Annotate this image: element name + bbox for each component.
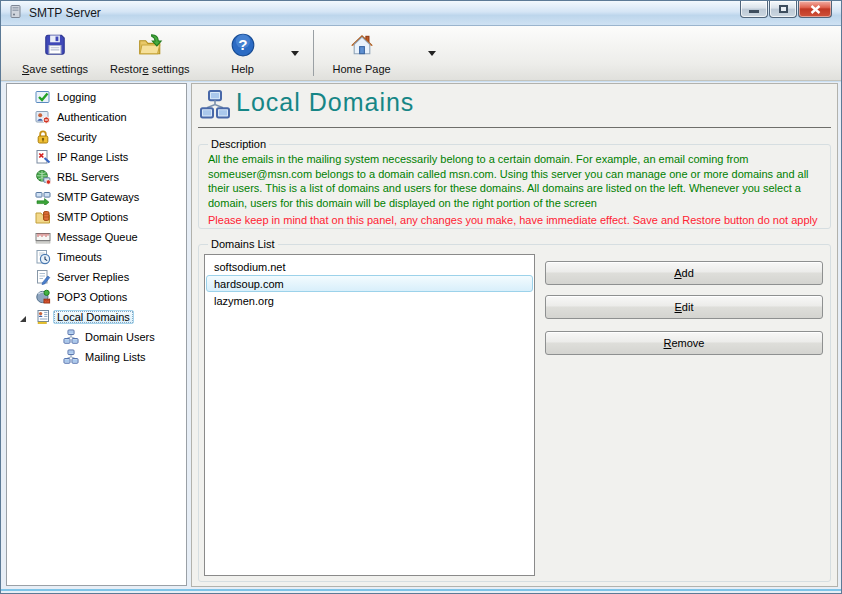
sidebar-item-pop3-options[interactable]: POP3 Options xyxy=(7,287,186,307)
domains-list-groupbox: Domains List softsodium.net hardsoup.com… xyxy=(198,244,831,582)
sidebar-item-security[interactable]: Security xyxy=(7,127,186,147)
restore-icon xyxy=(137,32,163,62)
domain-list-item[interactable]: softsodium.net xyxy=(206,258,533,275)
description-groupbox-label: Description xyxy=(208,138,269,150)
svg-text:?: ? xyxy=(238,36,247,53)
domains-list-groupbox-label: Domains List xyxy=(208,238,278,250)
help-dropdown-arrow[interactable] xyxy=(291,51,299,56)
sidebar-item-ip-range-lists[interactable]: IP Range Lists xyxy=(7,147,186,167)
description-text: All the emails in the mailing system nec… xyxy=(208,152,821,210)
help-icon: ? xyxy=(230,32,256,62)
sidebar-item-domain-users[interactable]: Domain Users xyxy=(7,327,186,347)
smtp-options-icon xyxy=(35,209,51,225)
minimize-icon xyxy=(749,10,759,13)
restore-settings-label: Restore settings xyxy=(110,63,190,75)
sidebar-item-smtp-options[interactable]: SMTP Options xyxy=(7,207,186,227)
sidebar-item-logging[interactable]: Logging xyxy=(7,87,186,107)
navigation-tree: Logging Authentication Security IP Range… xyxy=(6,83,187,586)
local-domains-page-icon xyxy=(199,89,231,125)
edit-button[interactable]: Edit xyxy=(545,295,823,319)
header-divider xyxy=(198,127,831,128)
pop3-options-icon xyxy=(35,289,51,305)
main-panel: Local Domains Description All the emails… xyxy=(191,83,838,587)
home-icon xyxy=(349,32,375,62)
sidebar-item-local-domains[interactable]: Local Domains xyxy=(7,307,186,327)
domains-listbox[interactable]: softsodium.net hardsoup.com lazymen.org xyxy=(204,254,535,576)
sidebar-item-mailing-lists[interactable]: Mailing Lists xyxy=(7,347,186,367)
maximize-button[interactable] xyxy=(769,1,797,18)
page-title: Local Domains xyxy=(236,88,414,117)
expander-icon[interactable] xyxy=(19,313,27,321)
domain-list-item-selected[interactable]: hardsoup.com xyxy=(206,275,533,292)
home-page-label: Home Page xyxy=(333,63,391,75)
logging-icon xyxy=(35,89,51,105)
app-icon xyxy=(8,4,23,23)
home-page-button[interactable]: Home Page xyxy=(322,28,402,78)
save-settings-button[interactable]: Save settings xyxy=(11,28,99,78)
window-title: SMTP Server xyxy=(29,6,101,20)
sidebar-item-server-replies[interactable]: Server Replies xyxy=(7,267,186,287)
add-button[interactable]: Add xyxy=(545,261,823,285)
app-window: SMTP Server Save settings Restore settin… xyxy=(0,0,842,594)
security-icon xyxy=(35,129,51,145)
help-label: Help xyxy=(231,63,254,75)
title-bar[interactable]: SMTP Server xyxy=(1,1,841,26)
domain-list-item[interactable]: lazymen.org xyxy=(206,292,533,309)
close-button[interactable] xyxy=(798,1,832,18)
save-settings-label: Save settings xyxy=(22,63,88,75)
sidebar-item-authentication[interactable]: Authentication xyxy=(7,107,186,127)
remove-button[interactable]: Remove xyxy=(545,331,823,355)
toolbar: Save settings Restore settings ? Help Ho… xyxy=(1,26,841,81)
timeouts-icon xyxy=(35,249,51,265)
sidebar-item-message-queue[interactable]: Message Queue xyxy=(7,227,186,247)
domain-users-icon xyxy=(63,329,79,345)
close-icon xyxy=(810,5,821,14)
rbl-servers-icon xyxy=(35,169,51,185)
description-warning-text: Please keep in mind that on this panel, … xyxy=(208,213,821,227)
ip-range-lists-icon xyxy=(35,149,51,165)
sidebar-item-timeouts[interactable]: Timeouts xyxy=(7,247,186,267)
minimize-button[interactable] xyxy=(740,1,768,18)
sidebar-item-rbl-servers[interactable]: RBL Servers xyxy=(7,167,186,187)
mailing-lists-icon xyxy=(63,349,79,365)
restore-settings-button[interactable]: Restore settings xyxy=(99,28,201,78)
message-queue-icon xyxy=(35,229,51,245)
home-dropdown-arrow[interactable] xyxy=(428,51,436,56)
help-button[interactable]: ? Help xyxy=(219,28,267,78)
save-icon xyxy=(42,32,68,62)
sidebar-item-smtp-gateways[interactable]: SMTP Gateways xyxy=(7,187,186,207)
smtp-gateways-icon xyxy=(35,189,51,205)
toolbar-separator xyxy=(313,30,314,76)
authentication-icon xyxy=(35,109,51,125)
server-replies-icon xyxy=(35,269,51,285)
maximize-icon xyxy=(779,5,788,13)
description-groupbox: Description All the emails in the mailin… xyxy=(198,144,831,229)
local-domains-icon xyxy=(35,309,51,325)
